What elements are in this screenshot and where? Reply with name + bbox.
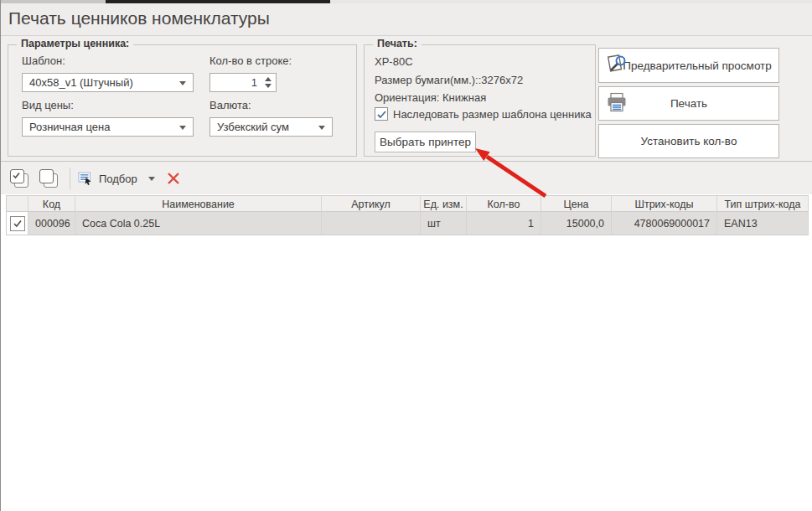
- print-price-tags-window: Печать ценников номенклатуры Параметры ц…: [0, 0, 812, 511]
- uncheck-all-button[interactable]: [39, 168, 59, 188]
- delete-rows-button[interactable]: [165, 170, 185, 190]
- currency-select[interactable]: Узбекский сум: [209, 117, 333, 137]
- check-all-button[interactable]: [9, 168, 29, 188]
- set-quantity-button[interactable]: Установить кол-во: [598, 124, 779, 158]
- header-barcode-type[interactable]: Тип штрих-кода: [717, 195, 809, 212]
- cell-price: 15000,0: [541, 212, 612, 235]
- page-title: Печать ценников номенклатуры: [8, 8, 270, 28]
- cell-barcode: 4780069000017: [612, 212, 717, 235]
- title-bar: Печать ценников номенклатуры: [1, 3, 812, 36]
- template-select[interactable]: 40x58_v1 (Штучный): [22, 73, 194, 92]
- price-tag-params-group: Параметры ценника: Шаблон: 40x58_v1 (Шту…: [8, 44, 357, 157]
- items-table: Код Наименование Артикул Ед. изм. Кол-во…: [6, 195, 809, 235]
- currency-label: Валюта:: [209, 99, 251, 111]
- paper-size: Размер бумаги(мм.)::3276x72: [375, 74, 523, 86]
- row-checkbox[interactable]: [10, 216, 25, 231]
- print-group: Печать: XP-80C Размер бумаги(мм.)::3276x…: [364, 44, 596, 157]
- preview-button-label: Предварительный просмотр: [623, 59, 772, 72]
- chevron-down-icon: [179, 81, 186, 85]
- header-price[interactable]: Цена: [541, 195, 612, 212]
- per-row-label: Кол-во в строке:: [209, 54, 292, 67]
- inherit-size-label: Наследовать размер шаблона ценника: [393, 108, 592, 121]
- check-all-icon: [10, 169, 24, 183]
- uncheck-all-icon: [39, 169, 54, 183]
- price-type-value: Розничная цена: [29, 121, 110, 133]
- chevron-down-icon: [179, 126, 186, 130]
- delete-x-icon: [165, 170, 182, 187]
- pick-list-icon: [78, 171, 93, 186]
- print-legend: Печать:: [373, 38, 422, 49]
- preview-button[interactable]: Предварительный просмотр: [598, 48, 779, 83]
- stepper-down-icon[interactable]: [265, 84, 272, 88]
- header-checkbox-column[interactable]: [6, 195, 28, 212]
- price-tag-params-legend: Параметры ценника:: [17, 38, 133, 49]
- header-unit[interactable]: Ед. изм.: [421, 195, 467, 212]
- cell-barcode-type: EAN13: [717, 212, 809, 235]
- printer-name: XP-80C: [375, 55, 413, 68]
- currency-value: Узбекский сум: [217, 121, 289, 133]
- header-article[interactable]: Артикул: [322, 195, 421, 212]
- per-row-value: 1: [251, 74, 257, 91]
- cell-unit: шт: [421, 212, 467, 235]
- header-barcodes[interactable]: Штрих-коды: [612, 195, 717, 212]
- header-name[interactable]: Наименование: [75, 195, 322, 212]
- pick-items-button[interactable]: Подбор: [78, 168, 155, 189]
- row-checkbox-cell: [6, 212, 28, 235]
- price-type-select[interactable]: Розничная цена: [22, 117, 194, 137]
- per-row-stepper[interactable]: 1: [209, 73, 277, 92]
- toolbar-separator: [70, 168, 70, 189]
- table-row[interactable]: 000096 Coca Cola 0.25L шт 1 15000,0 4780…: [6, 212, 809, 235]
- select-printer-button[interactable]: Выбрать принтер: [375, 132, 476, 152]
- cell-article: [322, 212, 421, 235]
- cell-name: Coca Cola 0.25L: [75, 212, 322, 235]
- stepper-up-icon[interactable]: [265, 77, 272, 81]
- inherit-size-checkbox[interactable]: [375, 107, 388, 121]
- cell-qty: 1: [467, 212, 541, 235]
- header-code[interactable]: Код: [28, 195, 75, 212]
- orientation: Ориентация: Книжная: [375, 91, 486, 104]
- pick-items-label: Подбор: [99, 173, 137, 185]
- print-button[interactable]: Печать: [598, 86, 779, 121]
- header-qty[interactable]: Кол-во: [467, 195, 541, 212]
- chevron-down-icon: [318, 126, 325, 130]
- price-type-label: Вид цены:: [22, 99, 74, 111]
- preview-magnifier-icon: [606, 53, 628, 78]
- cell-code: 000096: [28, 212, 75, 235]
- checkmark-icon: [376, 109, 387, 120]
- checkmark-icon: [12, 218, 23, 230]
- chevron-down-icon: [148, 177, 155, 181]
- printer-icon: [606, 92, 628, 115]
- print-button-label: Печать: [670, 97, 707, 110]
- template-label: Шаблон:: [22, 54, 65, 67]
- template-value: 40x58_v1 (Штучный): [29, 76, 133, 89]
- table-header-row: Код Наименование Артикул Ед. изм. Кол-во…: [6, 195, 809, 212]
- set-quantity-button-label: Установить кол-во: [641, 135, 737, 147]
